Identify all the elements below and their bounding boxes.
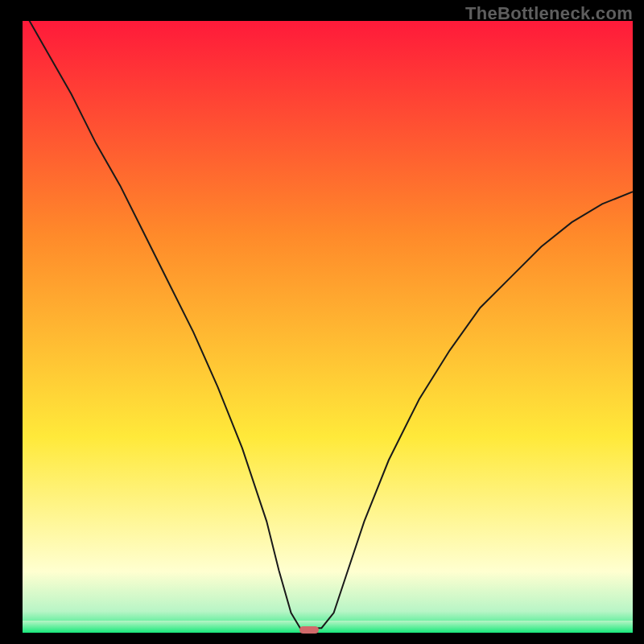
- plot-area: [23, 21, 633, 633]
- bottleneck-curve: [23, 21, 633, 631]
- optimum-marker: [299, 626, 319, 634]
- curve-path: [23, 21, 633, 628]
- chart-frame: TheBottleneck.com: [0, 0, 644, 644]
